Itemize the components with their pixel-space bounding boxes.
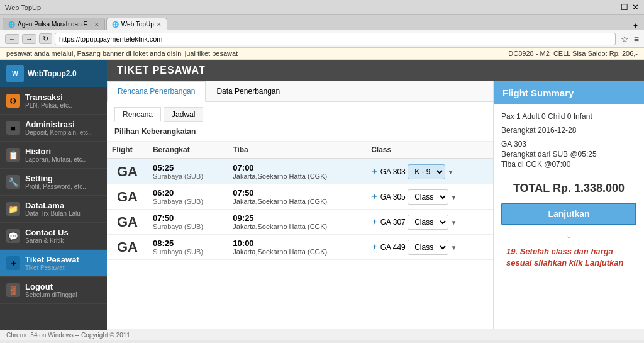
sidebar-item-transaksi[interactable]: ⚙ Transaksi PLN, Pulsa, etc.. xyxy=(0,87,107,115)
arrive-to: Jakarta,Soekarno Hatta (CGK) xyxy=(233,223,361,230)
back-button[interactable]: ← xyxy=(5,34,19,44)
window-controls[interactable]: – ☐ ✕ xyxy=(613,3,639,12)
logo-text: WebTopup2.0 xyxy=(28,69,77,78)
arrive-time: 07:50 xyxy=(233,188,361,198)
section-title: Pilihan Keberangkatan xyxy=(107,122,493,142)
table-row: GA 05:25 Surabaya (SUB) 07:00 Jakarta,So… xyxy=(107,159,493,184)
administrasi-subtitle: Deposit, Komplain, etc.. xyxy=(25,129,92,136)
flight-code: GA xyxy=(112,214,143,230)
transaksi-icon: ⚙ xyxy=(6,94,20,108)
depart-from: Surabaya (SUB) xyxy=(153,248,223,256)
tab-data-penerbangan[interactable]: Data Penerbangan xyxy=(206,81,291,101)
flight-icon: ✈ xyxy=(371,167,380,176)
contactus-icon: 💬 xyxy=(6,229,20,243)
arrow-down-icon: ↓ xyxy=(501,228,636,241)
logout-subtitle: Sebelum diTinggal xyxy=(25,291,77,298)
logout-content: Logout Sebelum diTinggal xyxy=(25,282,77,298)
transaksi-title: Transaksi xyxy=(25,93,72,102)
info-bar-right: DC8928 - M2_CELL Sisa Saldo: Rp. 206,- xyxy=(508,50,638,57)
flight-icon: ✈ xyxy=(371,192,380,201)
browser-tab-0[interactable]: 🌐 Agen Pulsa Murah dan F... ✕ xyxy=(3,18,105,30)
content-area: TIKET PESAWAT Rencana Penerbangan Data P… xyxy=(107,60,644,330)
summary-pax: Pax 1 Adult 0 Child 0 Infant xyxy=(501,112,636,121)
sub-tab-rencana[interactable]: Rencana xyxy=(114,107,161,122)
tab-close-1[interactable]: ✕ xyxy=(157,21,162,28)
bookmark-icon[interactable]: ☆ xyxy=(621,34,629,44)
lanjutkan-button[interactable]: Lanjutkan xyxy=(501,203,636,225)
forward-button[interactable]: → xyxy=(22,34,36,44)
sidebar-item-tiketpesawat[interactable]: ✈ Tiket Pesawat Tiket Pesawat xyxy=(0,250,107,277)
logout-icon: 🚪 xyxy=(6,283,20,297)
url-input[interactable] xyxy=(55,33,616,45)
new-tab-button[interactable]: + xyxy=(633,21,638,30)
title-bar: Web TopUp – ☐ ✕ xyxy=(0,0,644,15)
flight-num: GA 307 xyxy=(380,218,406,227)
class-select-3[interactable]: Class xyxy=(408,240,448,255)
minimize-icon[interactable]: – xyxy=(613,3,617,12)
sidebar-item-contactus[interactable]: 💬 Contact Us Saran & Kritik xyxy=(0,223,107,250)
sub-tab-nav: Rencana Jadwal xyxy=(107,102,493,122)
depart-from: Surabaya (SUB) xyxy=(153,223,223,230)
flight-table-container[interactable]: Flight Berangkat Tiba Class GA 05:25 Sur… xyxy=(107,142,493,260)
class-cell[interactable]: ✈ GA 305 Class ▼ xyxy=(366,184,493,210)
arrive-cell: 07:50 Jakarta,Soekarno Hatta (CGK) xyxy=(228,184,366,210)
settings-icon[interactable]: ≡ xyxy=(634,34,639,44)
sidebar-item-histori[interactable]: 📋 Histori Laporan, Mutasi, etc.. xyxy=(0,142,107,169)
address-bar-row: ← → ↻ ☆ ≡ xyxy=(0,30,644,48)
sidebar: W WebTopup2.0 ⚙ Transaksi PLN, Pulsa, et… xyxy=(0,60,107,330)
class-select-1[interactable]: Class xyxy=(408,189,448,205)
class-cell[interactable]: ✈ GA 303 K - 9 ▼ xyxy=(366,159,493,184)
main-panel: Rencana Penerbangan Data Penerbangan Ren… xyxy=(107,81,493,329)
depart-from: Surabaya (SUB) xyxy=(153,172,223,180)
summary-title: Flight Summary xyxy=(494,81,644,104)
summary-depart: Berangkat 2016-12-28 xyxy=(501,126,636,135)
table-row: GA 07:50 Surabaya (SUB) 09:25 Jakarta,So… xyxy=(107,210,493,235)
content-body: Rencana Penerbangan Data Penerbangan Ren… xyxy=(107,81,644,329)
flight-num: GA 449 xyxy=(380,243,406,252)
tab-close-0[interactable]: ✕ xyxy=(94,21,99,28)
administrasi-icon: ■ xyxy=(6,121,20,135)
depart-cell: 08:25 Surabaya (SUB) xyxy=(148,235,228,260)
reload-button[interactable]: ↻ xyxy=(39,33,52,44)
col-tiba: Tiba xyxy=(228,142,366,159)
tiketpesawat-content: Tiket Pesawat Tiket Pesawat xyxy=(25,255,79,271)
flight-code: GA xyxy=(112,239,143,256)
class-select-2[interactable]: Class xyxy=(408,215,448,230)
sidebar-item-setting[interactable]: 🔧 Setting Profil, Password, etc.. xyxy=(0,169,107,196)
flight-icon: ✈ xyxy=(371,242,380,252)
table-row: GA 08:25 Surabaya (SUB) 10:00 Jakarta,So… xyxy=(107,235,493,260)
depart-from: Surabaya (SUB) xyxy=(153,198,223,205)
arrive-to: Jakarta,Soekarno Hatta (CGK) xyxy=(233,172,361,180)
tab-label-0: Agen Pulsa Murah dan F... xyxy=(18,21,92,28)
tab-favicon-1: 🌐 xyxy=(112,21,119,28)
class-select-0[interactable]: K - 9 xyxy=(408,164,445,179)
sidebar-item-logout[interactable]: 🚪 Logout Sebelum diTinggal xyxy=(0,277,107,304)
arrive-time: 07:00 xyxy=(233,163,361,172)
col-berangkat: Berangkat xyxy=(148,142,228,159)
status-bar: Chrome 54 on Windows -- Copyright © 2011 xyxy=(0,330,644,340)
maximize-icon[interactable]: ☐ xyxy=(621,3,628,12)
depart-time: 06:20 xyxy=(153,188,223,198)
class-cell[interactable]: ✈ GA 449 Class ▼ xyxy=(366,235,493,260)
sidebar-logo: W WebTopup2.0 xyxy=(0,60,107,87)
histori-content: Histori Laporan, Mutasi, etc.. xyxy=(25,147,86,163)
dropdown-arrow-icon: ▼ xyxy=(450,219,457,226)
browser-tab-1[interactable]: 🌐 Web TopUp ✕ xyxy=(106,18,167,30)
table-header-row: Flight Berangkat Tiba Class xyxy=(107,142,493,159)
side-panel: Flight Summary Pax 1 Adult 0 Child 0 Inf… xyxy=(493,81,644,329)
status-text: Chrome 54 on Windows -- Copyright © 2011 xyxy=(6,332,130,339)
tab-rencana-penerbangan[interactable]: Rencana Penerbangan xyxy=(107,81,206,102)
sidebar-item-datalama[interactable]: 📁 DataLama Data Trx Bulan Lalu xyxy=(0,196,107,223)
arrive-time: 09:25 xyxy=(233,213,361,223)
setting-icon: 🔧 xyxy=(6,175,20,189)
close-icon[interactable]: ✕ xyxy=(632,3,639,12)
sub-tab-jadwal[interactable]: Jadwal xyxy=(164,107,203,122)
content-header: TIKET PESAWAT xyxy=(107,60,644,81)
class-cell[interactable]: ✈ GA 307 Class ▼ xyxy=(366,210,493,235)
flight-icon: ✈ xyxy=(371,217,380,227)
flight-code-cell: GA xyxy=(107,159,148,184)
administrasi-title: Administrasi xyxy=(25,120,92,129)
contactus-content: Contact Us Saran & Kritik xyxy=(25,228,69,244)
summary-flight-detail1: GA 303 xyxy=(501,140,636,149)
sidebar-item-administrasi[interactable]: ■ Administrasi Deposit, Komplain, etc.. xyxy=(0,115,107,142)
